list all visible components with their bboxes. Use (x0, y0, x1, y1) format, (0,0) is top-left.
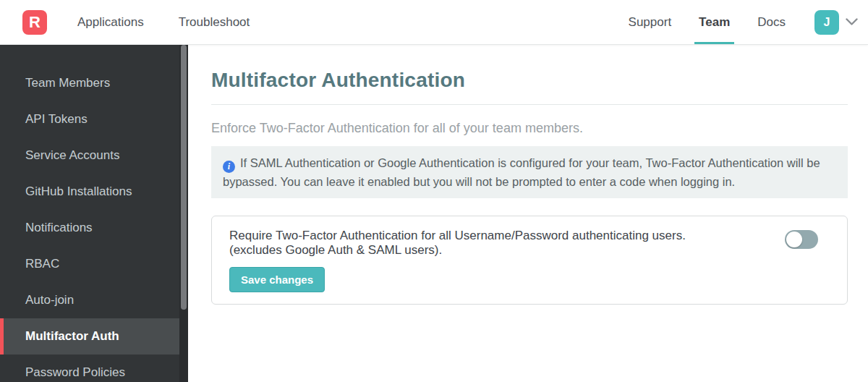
sidebar-scrollbar-thumb[interactable] (181, 45, 187, 310)
info-icon-glyph: i (228, 160, 230, 173)
main-content: Multifactor Authentication Enforce Two-F… (188, 45, 868, 382)
title-divider (211, 104, 848, 105)
user-menu[interactable]: J (814, 0, 858, 44)
active-tab-underline (694, 42, 734, 44)
nav-docs-label: Docs (757, 15, 786, 30)
avatar[interactable]: J (814, 10, 839, 35)
top-navbar: R Applications Troubleshoot Support Team… (0, 0, 868, 45)
mfa-toggle[interactable] (785, 230, 818, 249)
settings-sidebar: Team Members API Tokens Service Accounts… (0, 45, 188, 382)
sidebar-item-service-accounts[interactable]: Service Accounts (0, 137, 179, 174)
setting-label: Require Two-Factor Authentication for al… (229, 229, 686, 258)
logo-letter: R (29, 14, 41, 30)
page-subtitle: Enforce Two-Factor Authentication for al… (211, 121, 848, 136)
sidebar-item-multifactor-auth[interactable]: Multifactor Auth (0, 318, 179, 355)
nav-team[interactable]: Team (694, 0, 734, 44)
nav-support[interactable]: Support (624, 0, 676, 44)
setting-row: Require Two-Factor Authentication for al… (229, 229, 831, 258)
nav-troubleshoot[interactable]: Troubleshoot (174, 0, 255, 44)
sidebar-item-api-tokens[interactable]: API Tokens (0, 101, 179, 137)
toggle-knob (786, 232, 802, 247)
setting-label-line1: Require Two-Factor Authentication for al… (229, 229, 686, 243)
save-changes-button[interactable]: Save changes (229, 267, 325, 292)
chevron-down-icon[interactable] (846, 18, 858, 26)
sidebar-item-auto-join[interactable]: Auto-join (0, 282, 179, 318)
navbar-right: Support Team Docs J (605, 0, 868, 44)
page-title: Multifactor Authentication (211, 69, 848, 92)
rollbar-logo[interactable]: R (22, 10, 47, 35)
nav-applications[interactable]: Applications (73, 0, 148, 44)
sidebar-nav: Team Members API Tokens Service Accounts… (0, 45, 179, 382)
nav-team-label: Team (699, 15, 730, 30)
info-icon: i (223, 161, 235, 173)
info-note: iIf SAML Authentication or Google Authen… (211, 146, 848, 198)
nav-docs[interactable]: Docs (753, 0, 790, 44)
setting-label-line2: (excludes Google Auth & SAML users). (229, 243, 686, 258)
sidebar-item-team-members[interactable]: Team Members (0, 65, 179, 101)
sidebar-item-notifications[interactable]: Notifications (0, 210, 179, 246)
mfa-setting-card: Require Two-Factor Authentication for al… (211, 216, 848, 305)
info-note-text: If SAML Authentication or Google Authent… (223, 156, 820, 188)
sidebar-scrollbar-track[interactable] (179, 45, 188, 382)
sidebar-item-password-policies[interactable]: Password Policies (0, 355, 179, 382)
sidebar-item-github-installations[interactable]: GitHub Installations (0, 174, 179, 210)
navbar-left: R Applications Troubleshoot (0, 0, 254, 44)
sidebar-item-rbac[interactable]: RBAC (0, 246, 179, 282)
nav-support-label: Support (629, 15, 672, 30)
